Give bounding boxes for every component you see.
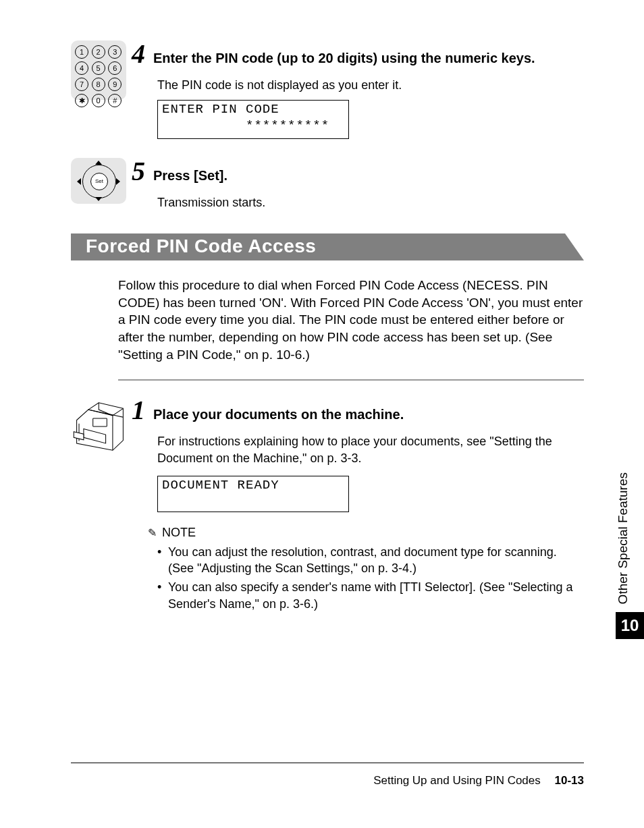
footer: Setting Up and Using PIN Codes 10-13 — [373, 774, 584, 788]
note-block: ✎ NOTE • You can adjust the resolution, … — [157, 526, 584, 612]
lcd-display: ENTER PIN CODE ********** — [157, 100, 349, 139]
section-paragraph: Follow this procedure to dial when Force… — [118, 277, 584, 363]
step-5: Set 5 Press [Set]. Transmission starts. — [71, 158, 584, 211]
step-number: 1 — [132, 397, 145, 424]
step-title: Press [Set]. — [153, 167, 227, 184]
step-title: Place your documents on the machine. — [153, 406, 404, 423]
footer-rule — [71, 763, 584, 763]
section-heading: Forced PIN Code Access — [71, 233, 584, 260]
note-item: • You can adjust the resolution, contras… — [157, 544, 584, 577]
note-heading: ✎ NOTE — [148, 526, 584, 540]
page: 1 2 3 4 5 6 7 8 9 ✱ 0 # 4 Enter the PI — [0, 0, 644, 828]
step-title: Enter the PIN code (up to 20 digits) usi… — [153, 49, 535, 67]
step-desc: For instructions explaining how to place… — [157, 433, 584, 466]
page-number: 10-13 — [555, 774, 584, 787]
side-tab-number: 10 — [616, 612, 644, 639]
keypad-icon: 1 2 3 4 5 6 7 8 9 ✱ 0 # — [71, 40, 132, 100]
svg-rect-0 — [93, 418, 107, 426]
step-number: 5 — [132, 158, 145, 185]
note-items: • You can adjust the resolution, contras… — [157, 544, 584, 612]
footer-text: Setting Up and Using PIN Codes — [373, 774, 541, 787]
content-area: 1 2 3 4 5 6 7 8 9 ✱ 0 # 4 Enter the PI — [71, 40, 584, 631]
step-desc: The PIN code is not displayed as you ent… — [157, 77, 584, 93]
side-tab: Other Special Features 10 — [616, 472, 644, 639]
step-desc: Transmission starts. — [157, 194, 584, 211]
printer-icon — [71, 397, 132, 455]
note-label: NOTE — [162, 526, 196, 540]
divider — [118, 379, 584, 381]
step-number: 4 — [132, 40, 145, 67]
step-4: 1 2 3 4 5 6 7 8 9 ✱ 0 # 4 Enter the PI — [71, 40, 584, 139]
pencil-icon: ✎ — [148, 526, 157, 539]
lcd-display: DOCUMENT READY — [157, 476, 349, 512]
set-nav-icon: Set — [71, 158, 132, 204]
side-tab-label: Other Special Features — [616, 472, 630, 604]
step-1: 1 Place your documents on the machine. F… — [71, 397, 584, 612]
note-item: • You can also specify a sender's name w… — [157, 579, 584, 612]
